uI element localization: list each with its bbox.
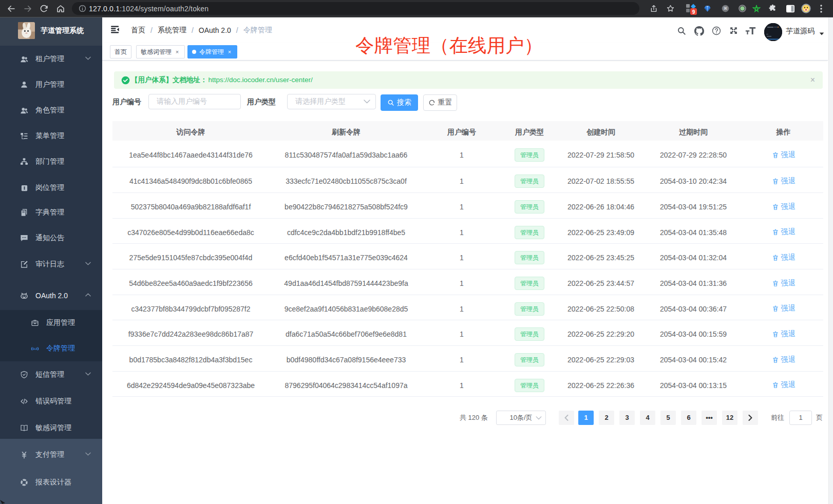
svg-text:⌘: ⌘ xyxy=(723,6,727,11)
svg-text:9: 9 xyxy=(692,9,695,14)
svg-text:A: A xyxy=(34,347,36,350)
